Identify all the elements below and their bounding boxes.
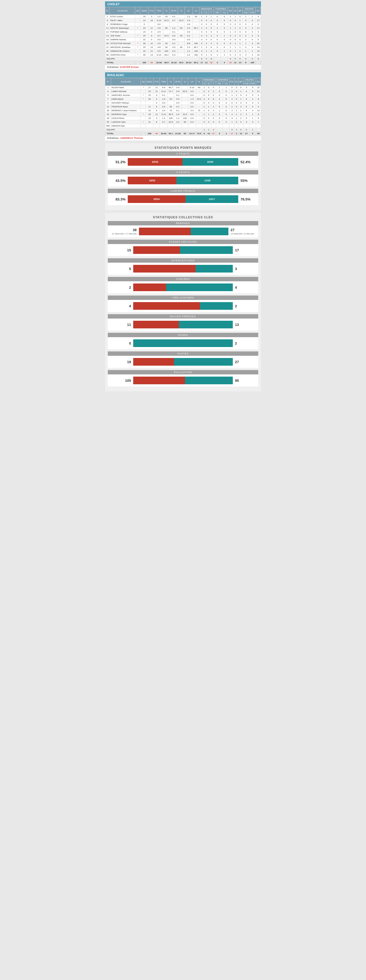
cell-rebo: 0 (200, 41, 204, 46)
cell-tirs: 1-5 (160, 97, 168, 101)
dunks-left-val: 0 (112, 341, 131, 345)
cell-pct: 72.7 (168, 89, 174, 94)
b-col-contrec: C2 (223, 82, 230, 86)
contres-bar-left (133, 283, 166, 291)
cell-contrec: 0 (221, 41, 228, 46)
cell-fautec: 0 (249, 30, 256, 34)
cell-nc: 12 (105, 105, 111, 109)
cell-lf: 0-0 (188, 105, 196, 109)
lancer-left-pct: 83.3% (112, 197, 125, 201)
cell-tirs: 1-4 (155, 15, 163, 19)
cell-fautec: 3 (249, 46, 256, 49)
b-col-rebd: D (206, 82, 211, 86)
cell-fautep: 3 (243, 120, 249, 124)
b-total-tirs: 30-62 (160, 132, 168, 135)
b-total-ev: 95 (256, 132, 261, 135)
cell-tirs (160, 124, 168, 128)
cell-fautec: 4 (249, 26, 256, 30)
cell-fautec: 0 (249, 22, 256, 26)
col-lf: LF (185, 7, 193, 15)
cell-pct3: 100 (182, 116, 188, 120)
cell-name: JOK Peter (110, 34, 135, 38)
cell-sd: * (141, 113, 146, 116)
cell-rebd: 1 (206, 113, 211, 116)
cell-nc: 5 (105, 19, 110, 22)
cell-sd (141, 105, 146, 109)
cell-mins: 23 (146, 109, 154, 113)
cell-tirs: 3-7 (155, 34, 163, 38)
three-points-bar-right: 11/20 (176, 177, 238, 185)
cell-lf: 1-1 (185, 49, 193, 53)
cell-pct3 (178, 41, 184, 46)
table-row: 5 SANCHEZ Jerome * 23 0 0-1 0-1 0-0 - 0 … (105, 94, 261, 97)
cell-pct3: 83.3 (182, 89, 188, 94)
cell-pd: 1 (230, 120, 234, 124)
cell-pd: 3 (230, 116, 234, 120)
cell-fautec (249, 124, 256, 128)
b-col-pctlf: % (196, 78, 202, 86)
cell-pd: 0 (230, 86, 234, 89)
b-equipe-fautep: 0 (243, 128, 249, 132)
cell-rebo: 1 (202, 86, 206, 89)
cell-name: SANCHEZ Jerome (111, 94, 141, 97)
interceptions-bar-row: 5 3 (108, 262, 258, 275)
cell-pd: 0 (228, 22, 233, 26)
equipe-rebo: 6 (200, 57, 204, 61)
cell-rebt (211, 124, 216, 128)
cell-rebt: 1 (209, 15, 214, 19)
b-col-contrep: PR (216, 82, 223, 86)
tirs-contres-bar-container (133, 302, 233, 310)
cell-lf: 0-0 (188, 113, 196, 116)
cell-rebd: 1 (206, 105, 211, 109)
cell-ev: 5 (256, 116, 261, 120)
cell-rebd: 2 (206, 89, 211, 94)
cell-pctlf: - (193, 30, 199, 34)
cell-sd: * (135, 26, 140, 30)
balles-header: BALLES PERDUES (108, 314, 258, 318)
tirs-contres-header: TIRS CONTRÉS (108, 296, 258, 300)
cell-fautec: 1 (249, 113, 256, 116)
cell-pct: 20 (168, 97, 174, 101)
col-in: IN (233, 7, 238, 15)
balles-bar-row: 11 13 (108, 318, 258, 331)
cell-pct (168, 124, 174, 128)
cell-lf: 0-0 (185, 30, 193, 34)
cell-in: 0 (234, 86, 239, 89)
cell-pct: 42.9 (168, 120, 174, 124)
equipe-row: ÉQUIPE 1 1 2 0 1 0 0 1 (105, 128, 261, 132)
cell-rebt: 6 (209, 53, 214, 57)
b-equipe-fautec: 1 (249, 128, 256, 132)
cell-in: 2 (233, 34, 238, 38)
lancer-right-pct: 76.5% (241, 197, 254, 201)
cell-fautep: 5 (243, 116, 249, 120)
cell-mins: 23 (140, 26, 148, 30)
two-points-bar-container: 22/43 22/42 (128, 158, 238, 166)
fautes-group: FAUTES 19 27 (108, 352, 258, 368)
cell-sd (141, 109, 146, 113)
cell-in: 1 (234, 113, 239, 116)
three-points-header: 3 POINTS (108, 170, 258, 175)
table-row: 11 NDOYE Abdoulaye * 23 11 4-5 80 1-2 50… (105, 26, 261, 30)
b-total-contrep: 4 (216, 132, 223, 135)
cell-pctlf: - (196, 101, 202, 105)
cell-bp: 0 (239, 101, 244, 105)
cell-pct3 (178, 49, 184, 53)
table-row: 12 FOFANA Vafessa 15 4 2-5 0-1 0-0 - 0 0… (105, 30, 261, 34)
cell-nc: 30 (105, 49, 110, 53)
cell-pd: 2 (230, 89, 234, 94)
cell-pct3 (182, 124, 188, 128)
cell-pts: 0 (154, 101, 160, 105)
cell-lf: 0-0 (185, 22, 193, 26)
cell-rebo: 0 (202, 120, 206, 124)
total-fautep: 8 (242, 61, 249, 65)
cell-pctlf: - (196, 113, 202, 116)
cell-rebt: 0 (209, 30, 214, 34)
b-col-pct3: % (182, 78, 188, 86)
cell-contrep: 1 (216, 109, 223, 113)
col-fautes: FAUTES (242, 7, 256, 11)
b-total-pct: 53.1 (168, 132, 174, 135)
cell-rebd: 0 (204, 30, 209, 34)
cell-3pts: 3-7 (170, 19, 178, 22)
cell-lf: 8-8 (185, 41, 193, 46)
passes-group: PASSES DÉCISIVES 15 17 (108, 240, 258, 256)
